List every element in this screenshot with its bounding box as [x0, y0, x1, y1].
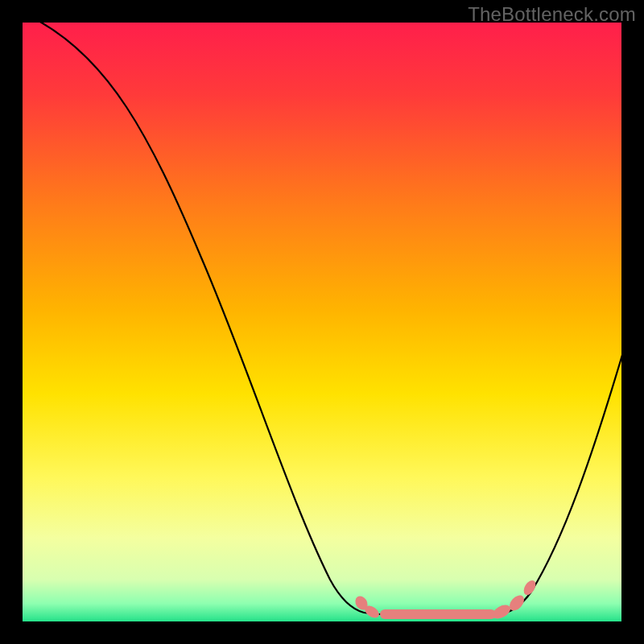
watermark-text: TheBottleneck.com [468, 3, 636, 26]
plot-background [23, 23, 621, 621]
bottleneck-chart [0, 0, 644, 644]
